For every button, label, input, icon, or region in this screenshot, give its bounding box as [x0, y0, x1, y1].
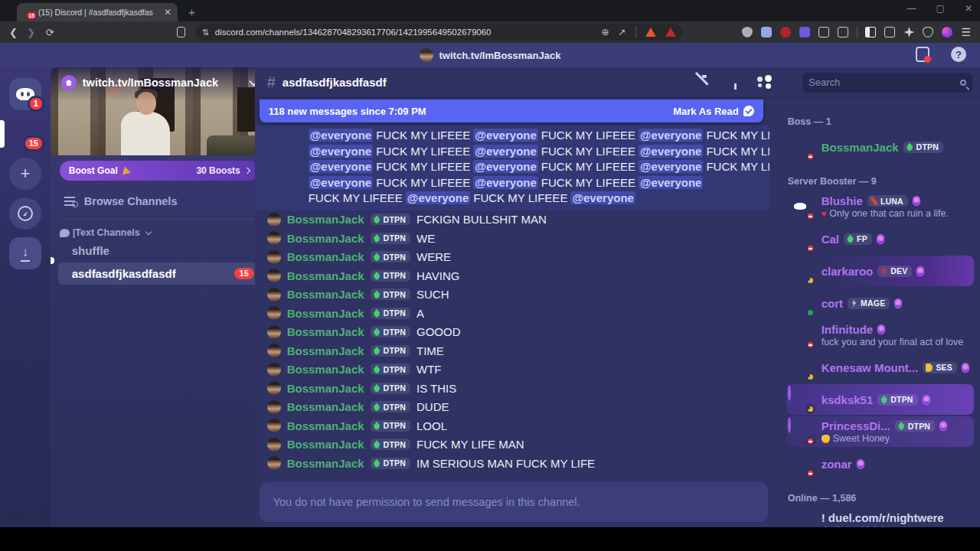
message-row[interactable]: BossmanJack DTPN IM SERIOUS MAN FUCK MY …	[255, 454, 769, 473]
site-settings-icon[interactable]: ⇅	[202, 28, 209, 37]
message-scroll[interactable]: @everyoneFUCK MY LIFEEE@everyoneFUCK MY …	[255, 122, 769, 527]
brave-rewards-icon[interactable]	[665, 28, 676, 37]
message-author[interactable]: BossmanJack	[287, 344, 364, 357]
member-row[interactable]: zonar	[786, 448, 974, 479]
download-apps-button[interactable]: ↓	[9, 237, 41, 269]
mark-as-read-button[interactable]: Mark As Read	[673, 106, 754, 117]
message-row[interactable]: BossmanJack DTPN GOOOD	[255, 323, 769, 342]
boost-goal-bar[interactable]: Boost Goal 30 Boosts	[60, 161, 255, 181]
message-author[interactable]: BossmanJack	[287, 288, 364, 301]
avatar[interactable]	[267, 363, 281, 377]
mention-message[interactable]: @everyoneFUCK MY LIFEEE@everyoneFUCK MY …	[255, 126, 769, 210]
extension-icon[interactable]	[742, 27, 753, 37]
member-row[interactable]: Cal FP	[786, 223, 974, 254]
message-row[interactable]: BossmanJack DTPN TIME	[255, 341, 769, 360]
avatar[interactable]	[267, 456, 281, 470]
tab-close-icon[interactable]: ✕	[164, 8, 172, 17]
back-icon[interactable]: ❮	[9, 27, 18, 38]
member-row[interactable]: cort MAGE	[786, 288, 974, 318]
new-tab-button[interactable]: +	[188, 5, 195, 18]
message-row[interactable]: BossmanJack DTPN HAVING	[255, 266, 769, 285]
message-author[interactable]: BossmanJack	[287, 419, 364, 432]
member-name[interactable]: cort	[822, 297, 843, 310]
threads-icon[interactable]	[667, 75, 682, 90]
member-row[interactable]: ksdksk51 DTPN	[786, 384, 974, 415]
avatar[interactable]	[267, 419, 281, 432]
message-author[interactable]: BossmanJack	[287, 438, 364, 451]
category-text-channels[interactable]: |Text Channels	[60, 227, 255, 238]
channel-item[interactable]: shuffle	[58, 240, 255, 262]
channel-item[interactable]: asdfasdfjkasdfasdf 15	[58, 262, 255, 285]
message-author[interactable]: BossmanJack	[287, 213, 364, 226]
server-header[interactable]: twitch.tv/ImBossmanJack	[51, 67, 255, 98]
avatar[interactable]	[267, 288, 281, 302]
member-name[interactable]: Infinitude	[822, 323, 874, 336]
avatar[interactable]	[267, 269, 281, 282]
close-icon[interactable]: ✕	[965, 3, 972, 14]
avatar[interactable]	[267, 325, 281, 339]
minimize-icon[interactable]: —	[907, 3, 916, 14]
message-row[interactable]: BossmanJack DTPN DUDE	[255, 398, 769, 417]
bookmark-icon[interactable]	[177, 27, 185, 37]
server-icon-bossmanjack[interactable]: 15	[9, 118, 41, 150]
avatar[interactable]	[267, 250, 281, 264]
discover-button[interactable]	[9, 197, 41, 230]
share-icon[interactable]: ↗	[618, 27, 626, 37]
extension-icon[interactable]	[818, 27, 829, 37]
avatar[interactable]	[267, 381, 281, 395]
message-author[interactable]: BossmanJack	[287, 232, 364, 245]
member-row[interactable]: clarkaroo DEV	[786, 256, 974, 286]
zoom-page-icon[interactable]: ⊕	[601, 27, 609, 37]
message-author[interactable]: BossmanJack	[287, 307, 364, 320]
maximize-icon[interactable]: ▢	[936, 3, 945, 14]
member-name[interactable]: Cal	[822, 233, 839, 246]
extension-icon[interactable]	[780, 27, 791, 37]
message-author[interactable]: BossmanJack	[287, 400, 364, 413]
member-name[interactable]: zonar	[822, 458, 852, 471]
search-input[interactable]: Search	[802, 73, 972, 93]
message-row[interactable]: BossmanJack DTPN FUCK MY LIFE MAN	[255, 435, 769, 455]
avatar[interactable]	[267, 438, 281, 452]
message-author[interactable]: BossmanJack	[287, 363, 364, 376]
add-server-button[interactable]: +	[9, 158, 41, 190]
browser-action-icon[interactable]	[942, 27, 952, 37]
member-list-icon[interactable]	[763, 75, 779, 90]
menu-icon[interactable]: ☰	[961, 26, 971, 38]
avatar[interactable]	[788, 385, 791, 401]
home-button[interactable]: 1	[9, 78, 41, 110]
message-row[interactable]: BossmanJack DTPN A	[255, 304, 769, 323]
avatar[interactable]	[267, 231, 281, 245]
inbox-icon[interactable]	[916, 47, 929, 62]
brave-shields-icon[interactable]	[645, 28, 656, 37]
notifications-muted-icon[interactable]	[699, 75, 714, 90]
member-row[interactable]: BossmanJack DTPN	[786, 132, 974, 162]
browser-action-icon[interactable]	[923, 27, 933, 37]
member-row[interactable]: Kenesaw Mount... SES	[786, 352, 974, 383]
extension-icon[interactable]	[761, 27, 772, 37]
new-messages-bar[interactable]: 118 new messages since 7:09 PM Mark As R…	[260, 99, 763, 122]
message-row[interactable]: BossmanJack DTPN WTF	[255, 360, 769, 380]
member-row[interactable]: PrincessDi... DTPN	[786, 416, 974, 447]
member-name[interactable]: Kenesaw Mount...	[822, 361, 919, 374]
message-row[interactable]: BossmanJack DTPN WERE	[255, 248, 769, 267]
avatar[interactable]	[267, 400, 281, 414]
member-row[interactable]: Blushie LUNA	[786, 191, 974, 222]
avatar[interactable]	[267, 344, 281, 357]
extension-icon[interactable]	[799, 27, 810, 37]
help-icon[interactable]: ?	[951, 47, 966, 62]
member-name[interactable]: PrincessDi...	[822, 419, 890, 432]
member-name[interactable]: clarkaroo	[822, 265, 874, 278]
member-name[interactable]: ! duel.com/r/nightwere	[822, 511, 944, 524]
browser-action-icon[interactable]	[903, 27, 914, 37]
member-row[interactable]: Infinitude fuck you and your final act o…	[786, 320, 974, 350]
message-row[interactable]: BossmanJack DTPN IS THIS	[255, 379, 769, 398]
reload-icon[interactable]: ⟳	[46, 27, 54, 38]
browser-action-icon[interactable]	[884, 27, 895, 37]
message-row[interactable]: BossmanJack DTPN SUCH	[255, 285, 769, 305]
member-name[interactable]: Blushie	[822, 194, 863, 207]
extension-icon[interactable]	[838, 27, 848, 37]
avatar[interactable]	[267, 306, 281, 320]
message-author[interactable]: BossmanJack	[287, 382, 364, 395]
pinned-messages-icon[interactable]	[731, 75, 746, 90]
message-author[interactable]: BossmanJack	[287, 457, 364, 470]
